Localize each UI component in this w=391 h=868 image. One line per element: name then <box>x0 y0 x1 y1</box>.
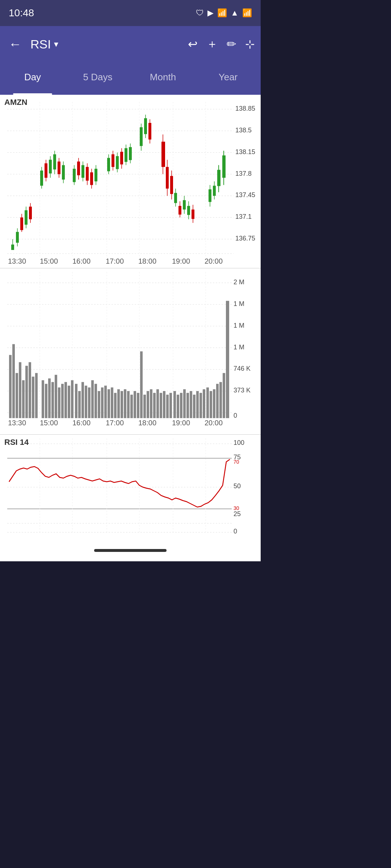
tab-day[interactable]: Day <box>0 62 65 95</box>
rsi-100: 100 <box>234 439 244 446</box>
svg-rect-152 <box>173 391 176 418</box>
svg-rect-155 <box>183 389 186 418</box>
symbol-label: AMZN <box>4 98 28 107</box>
svg-rect-133 <box>111 387 113 418</box>
svg-rect-106 <box>19 362 21 418</box>
svg-rect-87 <box>217 170 220 186</box>
svg-rect-107 <box>22 380 25 418</box>
time-1600-candle: 16:00 <box>72 257 91 265</box>
svg-rect-160 <box>199 393 202 418</box>
rsi-chart[interactable]: RSI 14 100 75 70 50 30 25 0 <box>0 435 261 540</box>
dropdown-icon[interactable]: ▾ <box>54 39 58 49</box>
price-138-15: 138.15 <box>235 148 255 156</box>
sim-icon: 📶 <box>217 8 227 18</box>
crop-button[interactable]: ⊹ <box>245 37 255 51</box>
rsi-50: 50 <box>234 482 241 490</box>
rsi-0: 0 <box>234 528 237 535</box>
play-icon: ▶ <box>207 8 214 18</box>
vol-1m-3: 1 M <box>234 344 244 351</box>
svg-rect-156 <box>186 393 189 418</box>
svg-rect-137 <box>124 389 126 418</box>
svg-rect-146 <box>153 393 156 418</box>
svg-rect-163 <box>210 391 212 418</box>
svg-rect-35 <box>62 165 65 180</box>
svg-rect-65 <box>148 123 151 140</box>
vol-373k: 373 K <box>234 387 251 394</box>
svg-rect-115 <box>51 382 54 418</box>
svg-rect-75 <box>178 206 181 214</box>
svg-rect-123 <box>78 391 81 418</box>
time-1500-vol: 15:00 <box>40 419 58 427</box>
svg-rect-77 <box>183 200 186 209</box>
shield-icon: 🛡 <box>196 8 204 18</box>
rsi-line <box>9 459 230 507</box>
svg-rect-104 <box>12 344 15 418</box>
svg-rect-49 <box>107 158 110 171</box>
svg-rect-23 <box>29 207 32 219</box>
svg-rect-130 <box>101 387 104 418</box>
svg-rect-39 <box>77 162 80 175</box>
svg-rect-53 <box>116 156 119 169</box>
tab-year[interactable]: Year <box>196 62 261 95</box>
toolbar-actions: ↩ ＋ ✏ ⊹ <box>188 36 255 52</box>
svg-rect-25 <box>40 171 43 186</box>
svg-rect-144 <box>147 391 149 418</box>
svg-rect-124 <box>81 382 84 418</box>
svg-rect-140 <box>134 391 136 418</box>
svg-rect-147 <box>156 389 159 418</box>
rsi-70: 70 <box>234 459 239 465</box>
vol-1m-2: 1 M <box>234 322 244 329</box>
candlestick-svg: 138.85 138.5 138.15 137.8 137.45 137.1 1… <box>0 95 261 268</box>
svg-rect-159 <box>196 391 199 418</box>
svg-rect-55 <box>120 152 123 165</box>
toolbar: ← RSI ▾ ↩ ＋ ✏ ⊹ <box>0 26 261 62</box>
svg-rect-103 <box>9 355 12 418</box>
time-2000-candle: 20:00 <box>205 257 223 265</box>
wifi-icon: ▲ <box>231 8 239 18</box>
svg-rect-19 <box>20 217 23 230</box>
svg-rect-151 <box>169 393 172 418</box>
svg-rect-41 <box>81 165 84 178</box>
svg-rect-166 <box>219 382 222 418</box>
svg-rect-114 <box>48 378 51 418</box>
edit-button[interactable]: ✏ <box>227 37 236 51</box>
svg-rect-73 <box>174 193 177 203</box>
svg-rect-79 <box>187 206 190 215</box>
svg-rect-47 <box>94 169 97 182</box>
candlestick-chart[interactable]: AMZN 138.85 138.5 138.15 137.8 137.45 13… <box>0 95 261 268</box>
svg-rect-139 <box>130 395 133 418</box>
svg-rect-63 <box>144 118 147 134</box>
status-icons: 🛡 ▶ 📶 ▲ 📶 <box>196 8 252 18</box>
svg-rect-59 <box>129 147 132 160</box>
svg-rect-129 <box>98 391 100 418</box>
tab-5days[interactable]: 5 Days <box>65 62 130 95</box>
svg-rect-153 <box>177 395 179 418</box>
svg-rect-117 <box>58 387 60 418</box>
svg-rect-17 <box>16 232 19 243</box>
svg-rect-57 <box>125 148 127 162</box>
svg-rect-83 <box>209 189 211 202</box>
vol-0: 0 <box>234 412 237 419</box>
svg-rect-127 <box>91 380 94 418</box>
status-bar: 10:48 🛡 ▶ 📶 ▲ 📶 <box>0 0 261 26</box>
add-button[interactable]: ＋ <box>206 36 218 52</box>
svg-rect-33 <box>58 162 60 174</box>
svg-rect-145 <box>150 389 152 418</box>
svg-rect-125 <box>85 386 87 418</box>
vol-1m-1: 1 M <box>234 300 244 307</box>
svg-rect-69 <box>166 167 169 189</box>
price-137-8: 137.8 <box>235 170 252 177</box>
status-time: 10:48 <box>9 7 34 19</box>
toolbar-title: RSI <box>30 37 51 51</box>
svg-rect-15 <box>11 244 14 250</box>
volume-svg: 2 M 1 M 1 M 1 M 746 K 373 K 0 <box>0 268 261 434</box>
svg-rect-134 <box>114 393 117 418</box>
svg-rect-157 <box>190 391 192 418</box>
undo-button[interactable]: ↩ <box>188 37 198 51</box>
home-indicator <box>94 549 167 552</box>
back-button[interactable]: ← <box>6 34 25 55</box>
svg-rect-118 <box>61 384 64 418</box>
volume-chart[interactable]: 2 M 1 M 1 M 1 M 746 K 373 K 0 <box>0 268 261 435</box>
svg-rect-138 <box>127 391 130 418</box>
tab-month[interactable]: Month <box>130 62 196 95</box>
